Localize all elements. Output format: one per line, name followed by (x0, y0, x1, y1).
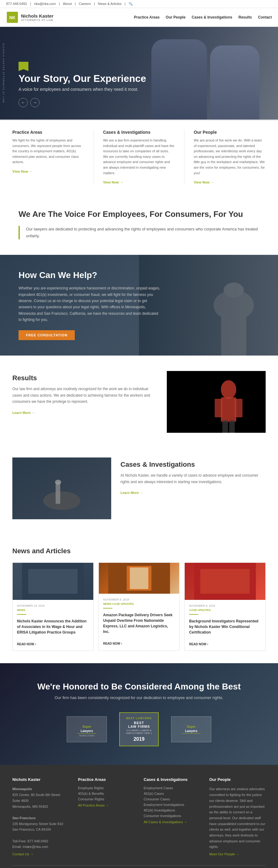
col2-link[interactable]: View Now (103, 180, 123, 184)
footer-top: Nichols Kaster Minneapolis IDS Center, 8… (12, 777, 266, 856)
hero-section: NICHOLS KASTER ATTORNEYS AT LAW Your Sto… (0, 27, 278, 120)
col1-link[interactable]: View Now (12, 169, 32, 173)
footer-col-company: Nichols Kaster Minneapolis IDS Center, 8… (12, 777, 69, 856)
news-img-3-svg (185, 563, 265, 600)
col3-link[interactable]: View Now (194, 180, 214, 184)
voice-quote: Our lawyers are dedicated to protecting … (19, 226, 259, 239)
footer: Nichols Kaster Minneapolis IDS Center, 8… (0, 765, 278, 868)
footer-cases-item-1[interactable]: Employment Cases (144, 786, 200, 790)
footer-col-practice: Practice Areas Employee Rights 401(k) & … (78, 777, 135, 856)
cases-learn-more[interactable]: Learn More (121, 491, 143, 495)
svg-rect-25 (78, 733, 96, 734)
cases-title: Cases & Investigations (121, 461, 266, 469)
news-card-3-body: NOVEMBER 8, 2018 Case Updates Background… (185, 600, 265, 651)
news-card-1-image (13, 563, 93, 600)
hero-next-arrow[interactable]: → (30, 98, 39, 107)
awards-subtitle: Our firm has been consistently recognize… (12, 695, 266, 700)
person-silhouette-2 (210, 45, 259, 120)
col-practice-areas: Practice Areas We fight for the rights o… (12, 130, 84, 184)
news-section: News and Articles NOVEMBER 19, 2018 News… (0, 535, 278, 663)
nav-our-people[interactable]: Our People (166, 15, 186, 20)
hero-prev-arrow[interactable]: ← (19, 98, 28, 107)
svg-rect-11 (229, 421, 235, 433)
about-link[interactable]: About (63, 2, 72, 6)
svg-rect-8 (215, 399, 222, 417)
footer-practice-item-1[interactable]: Employee Rights (78, 786, 135, 790)
col1-title: Practice Areas (12, 130, 84, 135)
nav-practice-areas[interactable]: Practice Areas (134, 15, 160, 20)
news-card-2: NOVEMBER 8, 2018 News Case Updates Amazo… (98, 562, 180, 651)
footer-cases-item-6[interactable]: Consumer Investigations (144, 814, 200, 818)
svg-point-6 (221, 380, 236, 399)
svg-rect-22 (200, 569, 250, 594)
footer-contact-link[interactable]: Contact Us → (12, 852, 69, 856)
results-title: Results (12, 374, 158, 382)
footer-cases-item-5[interactable]: 401(k) Investigations (144, 808, 200, 812)
footer-people-text: Our attorneys are zealous advocates comm… (210, 786, 266, 850)
svg-point-13 (43, 492, 80, 510)
results-text: Results Our law firm and attorneys are r… (12, 371, 158, 414)
free-consultation-button[interactable]: FREE CONSULTATION (19, 330, 75, 340)
footer-address1: Minneapolis IDS Center, 80 South 8th Str… (12, 786, 69, 850)
news-divider-3 (189, 614, 198, 615)
three-columns: Practice Areas We fight for the rights o… (0, 120, 278, 194)
svg-point-15 (55, 480, 61, 485)
help-text: Whether you are experiencing workplace h… (19, 285, 161, 323)
search-icon[interactable]: 🔍 (128, 2, 133, 6)
svg-text:NK: NK (9, 15, 16, 20)
col2-title: Cases & Investigations (103, 130, 175, 135)
news-date-1: NOVEMBER 19, 2018 (17, 604, 89, 607)
news-card-1-body: NOVEMBER 19, 2018 News Nichols Kaster An… (13, 600, 93, 651)
help-section: How Can We Help? Whether you are experie… (0, 255, 278, 355)
footer-all-practice-link[interactable]: All Practice Areas → (78, 803, 135, 807)
news-card-3: NOVEMBER 8, 2018 Case Updates Background… (184, 562, 266, 651)
svg-rect-10 (222, 421, 228, 433)
news-card-1: NOVEMBER 19, 2018 News Nichols Kaster An… (12, 562, 94, 651)
phone-number: 877.448.0492 (6, 2, 27, 6)
results-learn-more[interactable]: Learn More (12, 411, 35, 414)
footer-meet-people-link[interactable]: Meet Our People → (210, 852, 266, 856)
careers-link[interactable]: Careers (79, 2, 91, 6)
news-link[interactable]: News & Articles (98, 2, 121, 6)
footer-practice-list: Employee Rights 401(k) & Benefits Consum… (78, 786, 135, 801)
nav-contact[interactable]: Contact (258, 15, 272, 20)
news-read-1[interactable]: READ NOW (17, 643, 36, 646)
news-read-3[interactable]: READ NOW (189, 643, 208, 646)
svg-rect-3 (221, 305, 247, 355)
footer-practice-item-3[interactable]: Consumer Rights (78, 797, 135, 801)
cases-image (12, 458, 111, 519)
nav-cases[interactable]: Cases & Investigations (192, 15, 232, 20)
col2-text: We are a law firm experienced in handlin… (103, 138, 175, 176)
award-superlawyers-1: Super Lawyers RISING STARS (67, 716, 107, 742)
logo-tagline: ATTORNEYS AT LAW (21, 19, 54, 22)
separator: | (125, 2, 126, 6)
quote-text: Our lawyers are dedicated to protecting … (26, 226, 259, 239)
news-read-2[interactable]: READ NOW (103, 642, 122, 645)
nav-links: Practice Areas Our People Cases & Invest… (134, 15, 272, 20)
hero-flag (19, 62, 28, 69)
main-nav: NK Nichols Kaster ATTORNEYS AT LAW Pract… (0, 8, 278, 27)
help-content: How Can We Help? Whether you are experie… (19, 270, 161, 340)
top-bar-contact: 877.448.0492 | nka@nka.com | About | Car… (6, 2, 133, 6)
footer-practice-item-2[interactable]: 401(k) & Benefits (78, 792, 135, 796)
logo[interactable]: NK Nichols Kaster ATTORNEYS AT LAW (6, 11, 54, 24)
separator: | (94, 2, 95, 6)
award-best-year: 2019 (133, 736, 145, 742)
footer-people-title: Our People (210, 777, 266, 782)
news-cat-3: Case Updates (189, 609, 261, 612)
awards-title: We're Honored to Be Considered Among the… (12, 682, 266, 692)
nav-results[interactable]: Results (239, 15, 252, 20)
award-best-top: Best Lawyers (126, 717, 152, 720)
footer-cases-item-4[interactable]: Employment Investigations (144, 803, 200, 807)
cases-img-overlay (12, 458, 111, 519)
hero-content: Your Story, Our Experience A voice for e… (0, 62, 165, 107)
news-img-1-svg (13, 563, 93, 600)
footer-cases-item-2[interactable]: 401(k) Cases (144, 792, 200, 796)
footer-cases-item-3[interactable]: Consumer Cases (144, 797, 200, 801)
col-divider-2 (184, 130, 184, 184)
svg-text:Super: Super (83, 725, 91, 728)
footer-all-cases-link[interactable]: All Cases & Investigations → (144, 820, 200, 824)
news-date-2: NOVEMBER 8, 2018 (103, 598, 175, 601)
footer-col-cases: Cases & Investigations Employment Cases … (144, 777, 200, 856)
results-person-svg (167, 371, 266, 433)
